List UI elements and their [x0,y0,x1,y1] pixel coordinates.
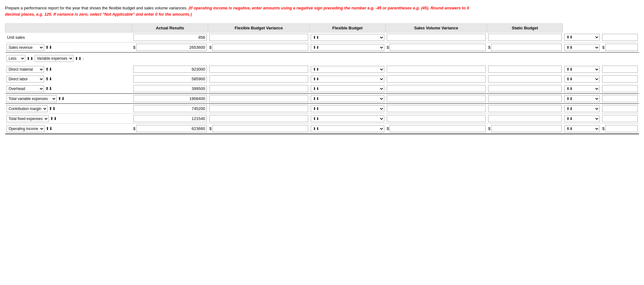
sales-revenue-svv-select[interactable]: ⬆⬇ F U Not Applicable [564,44,600,51]
contribution-margin-sb-cell [601,104,639,114]
total-fixed-fbv-select[interactable]: ⬆⬇ F U Not Applicable [311,115,384,122]
direct-labor-label-select[interactable]: Direct labor [7,76,44,82]
overhead-fb-input[interactable] [387,85,486,92]
unit-sales-actual-input[interactable] [133,34,207,41]
row-overhead: Overhead ⬆⬇ ⬆⬇ F U Not Applicable [5,84,639,94]
direct-material-fbv-select-cell: ⬆⬇ F U Not Applicable [309,64,386,74]
overhead-fbv-input[interactable] [209,85,308,92]
direct-material-label-select[interactable]: Direct material [7,66,44,73]
sales-revenue-label-select[interactable]: Sales revenue [7,44,44,51]
operating-income-label-cell: Operating income ⬆⬇ [5,124,132,134]
direct-material-sb-input[interactable] [602,66,638,73]
contribution-margin-fbv-select[interactable]: ⬆⬇ F U Not Applicable [311,105,384,112]
variable-expenses-select[interactable]: Variable expenses [35,55,74,62]
unit-sales-fbv-input[interactable] [209,34,308,41]
operating-income-fbv-dollar: $ [209,126,212,131]
row-total-fixed: Total fixed expenses ⬆⬇ ⬆⬇ F U Not Appli… [5,114,639,124]
sales-revenue-svv-input[interactable] [491,44,562,51]
sales-revenue-label-cell: Sales revenue ⬆⬇ [5,42,132,52]
direct-labor-sb-input[interactable] [602,75,638,82]
sales-revenue-fbv-input[interactable] [212,44,308,51]
operating-income-actual-input[interactable] [136,125,207,132]
direct-labor-svv-input[interactable] [488,75,562,82]
total-variable-svv-select[interactable]: ⬆⬇ F U Not Applicable [564,95,600,102]
overhead-svv-input[interactable] [488,85,562,92]
unit-sales-svv-input[interactable] [488,34,562,41]
overhead-sb-input[interactable] [602,85,638,92]
operating-income-fbv-input[interactable] [212,125,308,132]
total-fixed-label-select[interactable]: Total fixed expenses [7,115,49,122]
unit-sales-sb-input[interactable] [602,34,638,41]
total-variable-fbv-select[interactable]: ⬆⬇ F U Not Applicable [311,95,384,102]
direct-material-svv-input[interactable] [488,66,562,73]
direct-material-fbv-select[interactable]: ⬆⬇ F U Not Applicable [311,66,384,73]
sales-revenue-fbv-select[interactable]: ⬆⬇ F U Not Applicable [311,44,384,51]
unit-sales-fb-input[interactable] [387,34,486,41]
sales-revenue-actual-input[interactable] [136,44,207,51]
total-variable-actual-input[interactable] [133,95,207,102]
total-fixed-sb-input[interactable] [602,115,638,122]
contribution-margin-actual-cell [132,104,208,114]
total-variable-fb-input[interactable] [387,95,486,102]
sales-revenue-actual-cell: $ [132,42,208,52]
direct-labor-svv-select[interactable]: ⬆⬇ F U Not Applicable [564,76,600,82]
row-direct-labor: Direct labor ⬆⬇ ⬆⬇ F U Not Applicable [5,74,639,84]
instructions: Prepare a performance report for the yea… [5,5,639,17]
contribution-margin-sb-input[interactable] [602,105,638,112]
overhead-actual-input[interactable] [133,85,207,92]
overhead-label-cell: Overhead ⬆⬇ [5,84,132,94]
contribution-margin-svv-cell [487,104,563,114]
operating-income-dollar1: $ [133,126,135,131]
operating-income-svv-select[interactable]: ⬆⬇ F U Not Applicable [564,125,600,132]
contribution-margin-actual-input[interactable] [133,105,207,112]
contribution-margin-svv-select[interactable]: ⬆⬇ F U Not Applicable [564,105,600,112]
operating-income-fbv-select[interactable]: ⬆⬇ F U Not Applicable [311,125,384,132]
contribution-margin-fbv-input[interactable] [209,105,308,112]
operating-income-label-select[interactable]: Operating income [7,125,44,132]
direct-material-actual-input[interactable] [133,66,207,73]
contribution-margin-svv-input[interactable] [488,105,562,112]
sales-revenue-fb-input[interactable] [390,44,486,51]
direct-material-fb-input[interactable] [387,66,486,73]
contribution-margin-label-cell: Contribution margin ⬆⬇ [5,104,132,114]
total-variable-fbv-input[interactable] [209,95,308,102]
contribution-margin-fb-input[interactable] [387,105,486,112]
total-fixed-fb-input[interactable] [387,115,486,122]
total-fixed-svv-input[interactable] [488,115,562,122]
sales-revenue-sb-input[interactable] [605,44,638,51]
unit-sales-fbv-select[interactable]: ⬆⬇ F U Not Applicable [311,34,384,41]
direct-labor-fbv-select[interactable]: ⬆⬇ F U Not Applicable [311,76,384,82]
contribution-margin-label-select[interactable]: Contribution margin [7,105,48,112]
less-select[interactable]: Less [7,55,25,62]
direct-labor-label-cell: Direct labor ⬆⬇ [5,74,132,84]
total-fixed-fb-cell [386,114,487,124]
total-fixed-fbv-input[interactable] [209,115,308,122]
direct-labor-fbv-input[interactable] [209,75,308,82]
operating-income-fb-input[interactable] [390,125,486,132]
direct-material-actual-cell [132,64,208,74]
total-variable-label-select[interactable]: Total variable expenses [7,95,57,102]
operating-income-sb-input[interactable] [605,125,638,132]
overhead-label-select[interactable]: Overhead [7,85,44,92]
overhead-svv-select-cell: ⬆⬇ F U Not Applicable [563,84,601,94]
total-variable-svv-input[interactable] [488,95,562,102]
unit-sales-svv-select[interactable]: ⬆⬇ F U Not Applicable [564,34,600,41]
overhead-fbv-select-cell: ⬆⬇ F U Not Applicable [309,84,386,94]
total-fixed-actual-input[interactable] [133,115,207,122]
sales-revenue-fbv-cell: $ [208,42,309,52]
direct-material-fbv-input[interactable] [209,66,308,73]
overhead-svv-select[interactable]: ⬆⬇ F U Not Applicable [564,85,600,92]
unit-sales-sb-cell [601,32,639,42]
direct-labor-svv-select-cell: ⬆⬇ F U Not Applicable [563,74,601,84]
operating-income-fb-cell: $ [386,124,487,134]
direct-labor-fb-input[interactable] [387,75,486,82]
overhead-fbv-select[interactable]: ⬆⬇ F U Not Applicable [311,85,384,92]
total-variable-sb-input[interactable] [602,95,638,102]
direct-material-svv-select[interactable]: ⬆⬇ F U Not Applicable [564,66,600,73]
total-variable-fbv-select-cell: ⬆⬇ F U Not Applicable [309,94,386,104]
total-fixed-svv-select[interactable]: ⬆⬇ F U Not Applicable [564,115,600,122]
operating-income-svv-input[interactable] [491,125,562,132]
total-variable-svv-select-cell: ⬆⬇ F U Not Applicable [563,94,601,104]
direct-labor-actual-input[interactable] [133,75,207,82]
direct-labor-fbv-cell [208,74,309,84]
